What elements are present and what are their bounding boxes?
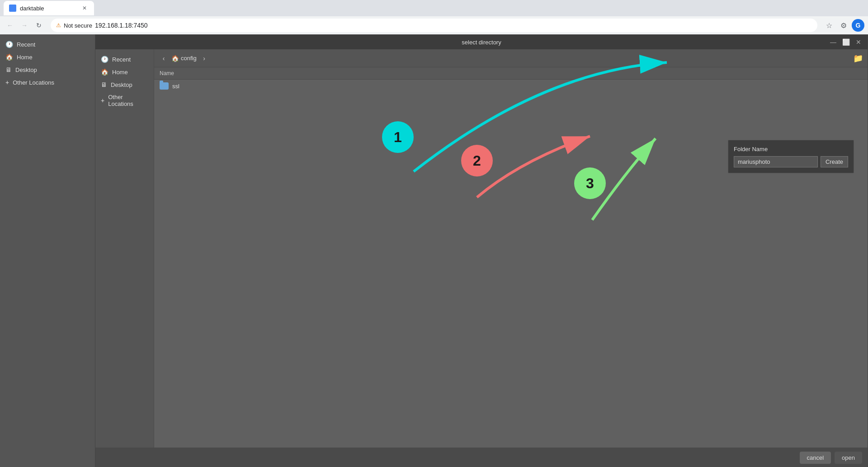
create-button[interactable]: Create (821, 156, 848, 167)
sidebar-item-desktop[interactable]: 🖥 Desktop (95, 78, 154, 91)
browser-tab[interactable]: darktable ✕ (4, 1, 94, 15)
open-button[interactable]: open (835, 452, 862, 464)
file-item-ssl[interactable]: ssl (154, 80, 868, 92)
extensions-button[interactable]: ⚙ (837, 19, 850, 32)
sidebar-item-recent[interactable]: 🕐 Recent (95, 53, 154, 66)
home-icon: 🏠 (101, 68, 108, 76)
sidebar-item-home[interactable]: 🏠 Home (95, 66, 154, 78)
sidebar-label-recent-left: Recent (17, 41, 35, 48)
profile-button[interactable]: G (852, 19, 864, 32)
forward-button[interactable]: → (18, 19, 31, 32)
home-breadcrumb-icon: 🏠 (171, 55, 179, 62)
recent-icon: 🕐 (101, 56, 108, 63)
sidebar-label-other-locations: Other Locations (108, 94, 148, 107)
restore-button[interactable]: ⬜ (840, 37, 851, 48)
other-locations-icon: + (101, 97, 104, 104)
security-label: Not secure (64, 22, 92, 29)
select-directory-dialog: select directory — ⬜ ✕ 🕐 Recent 🏠 Home 🖥… (95, 34, 868, 467)
dialog-title: select directory (462, 39, 501, 46)
browser-chrome: darktable ✕ ← → ↻ ⚠ Not secure 192.168.1… (0, 0, 868, 34)
breadcrumb-config: config (181, 55, 197, 62)
tab-label: darktable (20, 5, 44, 12)
sidebar-label-other-locations-left: Other Locations (13, 79, 54, 86)
refresh-button[interactable]: ↻ (33, 19, 45, 32)
breadcrumb: 🏠 config (171, 55, 197, 62)
tab-bar: darktable ✕ (0, 0, 868, 16)
security-icon: ⚠ (56, 22, 61, 29)
desktop-icon-left: 🖥 (5, 66, 12, 73)
tab-close-button[interactable]: ✕ (80, 4, 89, 12)
dialog-controls: — ⬜ ✕ (828, 37, 864, 48)
minimize-button[interactable]: — (828, 37, 839, 48)
file-manager-layout: 🕐 Recent 🏠 Home 🖥 Desktop + Other Locati… (95, 49, 868, 448)
browser-actions: ☆ ⚙ G (823, 19, 864, 32)
sidebar-item-home-left[interactable]: 🏠 Home (0, 51, 95, 63)
fm-forward-button[interactable]: › (198, 52, 210, 64)
step-2-label: 2 (473, 152, 481, 169)
folder-name-label: Folder Name (734, 146, 848, 152)
bookmark-button[interactable]: ☆ (823, 19, 835, 32)
recent-icon-left: 🕐 (5, 41, 13, 48)
step-3-label: 3 (586, 175, 594, 192)
sidebar: 🕐 Recent 🏠 Home 🖥 Desktop + Other Locati… (95, 49, 154, 448)
file-name-ssl: ssl (172, 83, 179, 90)
sidebar-item-recent-left[interactable]: 🕐 Recent (0, 38, 95, 51)
home-icon-left: 🏠 (5, 53, 13, 61)
step-1-circle: 1 (382, 121, 414, 153)
cancel-button[interactable]: cancel (800, 452, 831, 464)
folder-icon-ssl (160, 82, 169, 90)
back-button[interactable]: ← (4, 19, 16, 32)
address-text: 192.168.1.18:7450 (95, 22, 148, 29)
desktop-icon: 🖥 (101, 81, 107, 88)
sidebar-item-desktop-left[interactable]: 🖥 Desktop (0, 63, 95, 76)
sidebar-label-home: Home (112, 69, 128, 76)
sidebar-label-recent: Recent (112, 56, 131, 63)
step-2-circle: 2 (461, 145, 493, 176)
column-header-name: Name (154, 67, 868, 80)
folder-name-row: Create (734, 156, 848, 167)
folder-name-popup: Folder Name Create (728, 140, 854, 173)
close-button[interactable]: ✕ (853, 37, 864, 48)
sidebar-label-desktop-left: Desktop (15, 67, 37, 73)
tab-favicon (9, 5, 16, 12)
sidebar-label-home-left: Home (17, 54, 33, 61)
fm-back-button[interactable]: ‹ (158, 52, 170, 64)
browser-controls: ← → ↻ ⚠ Not secure 192.168.1.18:7450 ☆ ⚙… (0, 16, 868, 34)
sidebar-item-other-locations-left[interactable]: + Other Locations (0, 76, 95, 89)
folder-name-input[interactable] (734, 156, 818, 167)
sidebar-label-desktop: Desktop (111, 81, 132, 88)
sidebar-item-other-locations[interactable]: + Other Locations (95, 91, 154, 110)
dialog-bottom-bar: cancel open (95, 448, 868, 467)
address-bar[interactable]: ⚠ Not secure 192.168.1.18:7450 (51, 19, 817, 32)
new-folder-button[interactable]: 📁 (852, 52, 864, 64)
file-list: Name ssl Folder Name Create (154, 67, 868, 448)
file-manager-toolbar: ‹ 🏠 config › 📁 (154, 49, 868, 67)
step-3-circle: 3 (574, 167, 606, 199)
step-1-label: 1 (394, 129, 402, 146)
dialog-titlebar: select directory — ⬜ ✕ (95, 35, 868, 49)
left-sidebar: 🕐 Recent 🏠 Home 🖥 Desktop + Other Locati… (0, 34, 95, 467)
file-manager-main: ‹ 🏠 config › 📁 Name ssl Folder Name (154, 49, 868, 448)
plus-icon-left: + (5, 79, 9, 86)
